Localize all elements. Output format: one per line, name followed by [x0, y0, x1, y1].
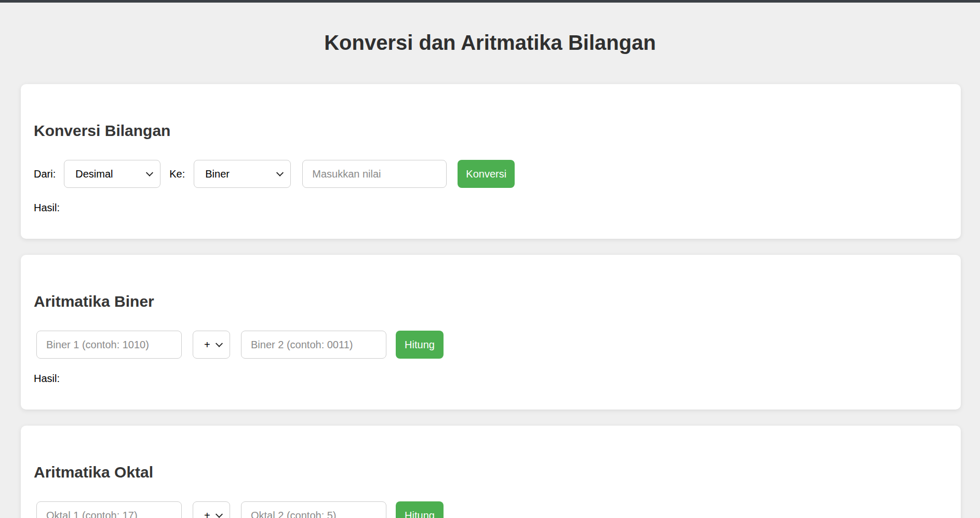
octal-operator-select[interactable]: + — [193, 501, 230, 518]
binary-operator-select[interactable]: + — [193, 331, 230, 359]
to-select[interactable]: Biner — [194, 160, 291, 188]
octal-calculate-button[interactable]: Hitung — [396, 501, 444, 518]
top-accent-bar — [0, 0, 980, 3]
octal-operator-select-wrap: + — [193, 501, 230, 518]
to-select-wrap: Biner — [194, 160, 291, 188]
from-select-wrap: Desimal — [64, 160, 160, 188]
from-label: Dari: — [34, 168, 56, 180]
conversion-value-input[interactable] — [302, 160, 447, 188]
page-title: Konversi dan Aritmatika Bilangan — [0, 31, 980, 54]
binary-operator-select-wrap: + — [193, 331, 230, 359]
conversion-card: Konversi Bilangan Dari: Desimal Ke: Bine… — [21, 84, 961, 239]
conversion-result-label: Hasil: — [34, 202, 948, 214]
conversion-card-heading: Konversi Bilangan — [34, 122, 948, 140]
octal-arithmetic-card: Aritmatika Oktal + Hitung — [21, 426, 961, 518]
binary-arithmetic-card: Aritmatika Biner + Hitung Hasil: — [21, 255, 961, 410]
to-label: Ke: — [169, 168, 185, 180]
binary-operand1-input[interactable] — [36, 331, 182, 359]
binary-result-label: Hasil: — [34, 373, 948, 385]
octal-operand2-input[interactable] — [241, 501, 386, 518]
octal-form: + Hitung — [36, 501, 948, 518]
main-content: Konversi Bilangan Dari: Desimal Ke: Bine… — [21, 84, 961, 518]
conversion-form: Dari: Desimal Ke: Biner Konversi — [34, 160, 948, 188]
binary-card-heading: Aritmatika Biner — [34, 293, 948, 310]
octal-card-heading: Aritmatika Oktal — [34, 464, 948, 481]
convert-button[interactable]: Konversi — [458, 160, 515, 188]
from-select[interactable]: Desimal — [64, 160, 160, 188]
binary-form: + Hitung — [36, 331, 948, 359]
binary-operand2-input[interactable] — [241, 331, 386, 359]
octal-operand1-input[interactable] — [36, 501, 182, 518]
binary-calculate-button[interactable]: Hitung — [396, 331, 444, 359]
